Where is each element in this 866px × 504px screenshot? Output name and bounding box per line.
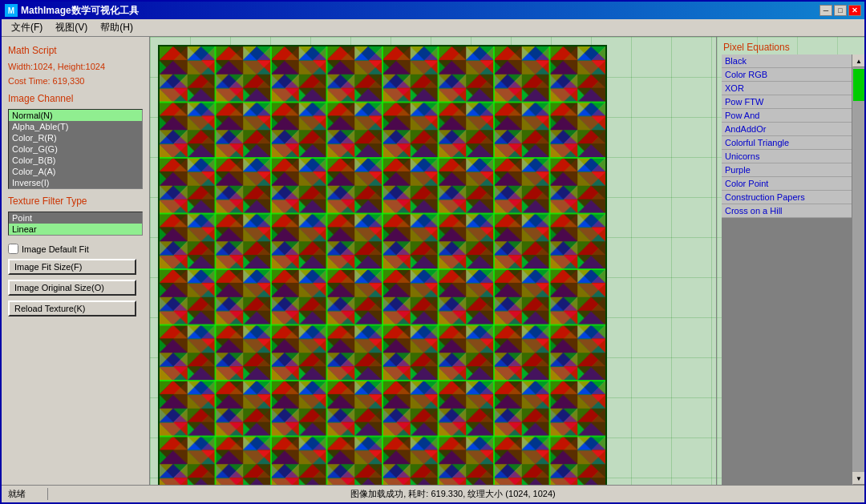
filter-list: Point Linear (8, 212, 143, 236)
default-fit-checkbox[interactable] (8, 244, 18, 254)
channel-b[interactable]: Color_B(B) (9, 155, 142, 166)
app-icon: M (5, 4, 18, 17)
filter-linear[interactable]: Linear (9, 224, 142, 235)
title-bar: M MathImage数学可视化工具 ─ □ ✕ (2, 2, 864, 19)
menu-help[interactable]: 帮助(H) (94, 19, 140, 36)
eq-purple[interactable]: Purple (722, 163, 852, 177)
default-fit-row: Image Default Fit (8, 244, 143, 254)
eq-cross-on-hill[interactable]: Cross on a Hill (722, 204, 852, 218)
channel-list: Normal(N) Alpha_Able(T) Color_R(R) Color… (8, 109, 143, 189)
eq-and-add-or[interactable]: AndAddOr (722, 123, 852, 136)
scroll-thumb[interactable] (853, 69, 864, 101)
eq-pow-and[interactable]: Pow And (722, 109, 852, 123)
triangle-pattern (160, 46, 605, 485)
eq-xor[interactable]: XOR (722, 82, 852, 95)
status-bar: 就绪 图像加载成功, 耗时: 619.330, 纹理大小 (1024, 1024… (2, 485, 864, 502)
channel-a[interactable]: Color_A(A) (9, 166, 142, 177)
channel-g[interactable]: Color_G(G) (9, 143, 142, 155)
left-panel: Math Script Width:1024, Height:1024 Cost… (2, 37, 150, 485)
cost-time-info: Cost Time: 619,330 (8, 76, 143, 86)
reload-texture-button[interactable]: Reload Texture(K) (8, 300, 136, 317)
image-canvas (158, 45, 607, 485)
eq-color-rgb[interactable]: Color RGB (722, 68, 852, 82)
scroll-down-button[interactable]: ▼ (852, 472, 864, 485)
channel-normal[interactable]: Normal(N) (9, 110, 142, 121)
menu-view[interactable]: 视图(V) (49, 19, 94, 36)
equation-list: Black Color RGB XOR Pow FTW Pow And AndA… (722, 54, 852, 485)
eq-unicorns[interactable]: Unicorns (722, 150, 852, 163)
status-message: 图像加载成功, 耗时: 619.330, 纹理大小 (1024, 1024) (48, 488, 858, 500)
eq-colorful-triangle[interactable]: Colorful Triangle (722, 136, 852, 150)
right-panel: Pixel Equations Black Color RGB XOR Pow … (716, 37, 864, 485)
fit-size-button[interactable]: Image Fit Size(F) (8, 259, 136, 275)
canvas-area (150, 37, 716, 485)
original-size-button[interactable]: Image Original Size(O) (8, 280, 136, 296)
width-height-info: Width:1024, Height:1024 (8, 62, 143, 71)
eq-color-point[interactable]: Color Point (722, 177, 852, 191)
default-fit-label: Image Default Fit (22, 244, 89, 254)
app-window: M MathImage数学可视化工具 ─ □ ✕ 文件(F) 视图(V) 帮助(… (0, 0, 866, 504)
window-controls: ─ □ ✕ (819, 5, 861, 16)
menu-file[interactable]: 文件(F) (5, 19, 49, 36)
status-ready: 就绪 (8, 488, 48, 500)
script-label: Math Script (8, 45, 143, 56)
equation-scrollbar: ▲ ▼ (852, 54, 864, 485)
window-title: MathImage数学可视化工具 (21, 4, 819, 18)
filter-point[interactable]: Point (9, 212, 142, 224)
eq-black[interactable]: Black (722, 54, 852, 68)
image-channel-label: Image Channel (8, 93, 143, 104)
main-content: Math Script Width:1024, Height:1024 Cost… (2, 37, 864, 485)
eq-construction-papers[interactable]: Construction Papers (722, 191, 852, 204)
close-button[interactable]: ✕ (848, 5, 861, 16)
scroll-track (852, 67, 864, 472)
equation-list-container: Black Color RGB XOR Pow FTW Pow And AndA… (717, 54, 864, 485)
pixel-equations-header: Pixel Equations (717, 37, 864, 54)
texture-filter-label: Texture Filter Type (8, 196, 143, 207)
scroll-up-button[interactable]: ▲ (852, 54, 864, 67)
eq-pow-ftw[interactable]: Pow FTW (722, 95, 852, 109)
minimize-button[interactable]: ─ (819, 5, 832, 16)
maximize-button[interactable]: □ (834, 5, 847, 16)
channel-r[interactable]: Color_R(R) (9, 132, 142, 143)
menu-bar: 文件(F) 视图(V) 帮助(H) (2, 19, 864, 37)
channel-inverse[interactable]: Inverse(I) (9, 177, 142, 188)
channel-alpha[interactable]: Alpha_Able(T) (9, 121, 142, 132)
